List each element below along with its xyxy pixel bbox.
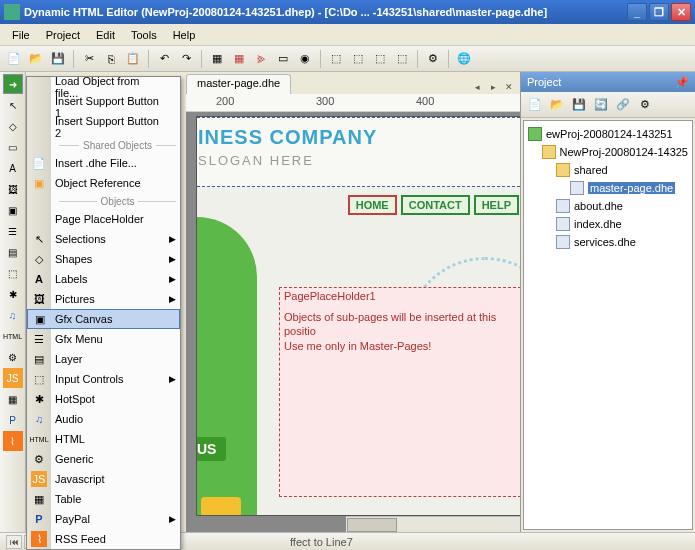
proj-open-icon[interactable]: 📂 bbox=[547, 95, 567, 115]
grid2-icon[interactable]: ▦ bbox=[229, 49, 249, 69]
horizontal-scrollbar[interactable] bbox=[346, 516, 520, 532]
new-icon[interactable]: 📄 bbox=[4, 49, 24, 69]
canvas-tool-icon[interactable]: ▣ bbox=[3, 200, 23, 220]
yellow-shape[interactable] bbox=[201, 497, 241, 516]
menu-project[interactable]: Project bbox=[38, 27, 88, 43]
menu-paypal[interactable]: PPayPal▶ bbox=[27, 509, 180, 529]
menu-pictures[interactable]: 🖼Pictures▶ bbox=[27, 289, 180, 309]
cut-icon[interactable]: ✂ bbox=[79, 49, 99, 69]
audio-tool-icon[interactable]: ♫ bbox=[3, 305, 23, 325]
arrow-tool-icon[interactable]: ➜ bbox=[3, 74, 23, 94]
tab-close-icon[interactable]: ✕ bbox=[502, 80, 516, 94]
rss-tool-icon[interactable]: ⌇ bbox=[3, 431, 23, 451]
open-icon[interactable]: 📂 bbox=[26, 49, 46, 69]
menu-page-placeholder[interactable]: Page PlaceHolder bbox=[27, 209, 180, 229]
menu-audio[interactable]: ♫Audio bbox=[27, 409, 180, 429]
page-header-box[interactable]: INESS COMPANY SLOGAN HERE bbox=[196, 117, 520, 187]
tree-shared[interactable]: shared bbox=[528, 161, 688, 179]
close-button[interactable]: ✕ bbox=[671, 3, 691, 21]
menu-layer[interactable]: ▤Layer bbox=[27, 349, 180, 369]
menu-help[interactable]: Help bbox=[165, 27, 204, 43]
paste-icon[interactable]: 📋 bbox=[123, 49, 143, 69]
menu-labels[interactable]: ALabels▶ bbox=[27, 269, 180, 289]
menu-file[interactable]: File bbox=[4, 27, 38, 43]
menu-html[interactable]: HTMLHTML bbox=[27, 429, 180, 449]
shape-tool-icon[interactable]: ◇ bbox=[3, 116, 23, 136]
menu-hotspot[interactable]: ✱HotSpot bbox=[27, 389, 180, 409]
menu-generic[interactable]: ⚙Generic bbox=[27, 449, 180, 469]
paypal-tool-icon[interactable]: P bbox=[3, 410, 23, 430]
nav-help[interactable]: HELP bbox=[474, 195, 519, 215]
canvas-page[interactable]: INESS COMPANY SLOGAN HERE HOME CONTACT H… bbox=[196, 116, 520, 516]
layer-tool-icon[interactable]: ▤ bbox=[3, 242, 23, 262]
tab-prev-icon[interactable]: ◂ bbox=[470, 80, 484, 94]
menu-tool-icon[interactable]: ☰ bbox=[3, 221, 23, 241]
minimize-button[interactable]: _ bbox=[627, 3, 647, 21]
nav-contact[interactable]: CONTACT bbox=[401, 195, 470, 215]
menu-tools[interactable]: Tools bbox=[123, 27, 165, 43]
generic-tool-icon[interactable]: ⚙ bbox=[3, 347, 23, 367]
text-tool-icon[interactable]: A bbox=[3, 158, 23, 178]
tree-index[interactable]: index.dhe bbox=[528, 215, 688, 233]
menu-rss[interactable]: ⌇RSS Feed bbox=[27, 529, 180, 549]
hotspot-tool-icon[interactable]: ✱ bbox=[3, 284, 23, 304]
panel-title[interactable]: Project 📌 bbox=[521, 72, 695, 92]
page-first-icon[interactable]: ⏮ bbox=[6, 535, 22, 549]
table-tool-icon[interactable]: ▦ bbox=[3, 389, 23, 409]
align3-icon[interactable]: ⬚ bbox=[370, 49, 390, 69]
menu-load-object[interactable]: Load Object from file... bbox=[27, 77, 180, 97]
save-icon[interactable]: 💾 bbox=[48, 49, 68, 69]
globe-icon[interactable]: 🌐 bbox=[454, 49, 474, 69]
guides-icon[interactable]: ◉ bbox=[295, 49, 315, 69]
rect-tool-icon[interactable]: ▭ bbox=[3, 137, 23, 157]
menu-selections[interactable]: ↖Selections▶ bbox=[27, 229, 180, 249]
redo-icon[interactable]: ↷ bbox=[176, 49, 196, 69]
pointer-icon[interactable]: ↖ bbox=[3, 95, 23, 115]
menu-edit[interactable]: Edit bbox=[88, 27, 123, 43]
menu-support-btn-2[interactable]: Insert Support Button 2 bbox=[27, 117, 180, 137]
proj-refresh-icon[interactable]: 🔄 bbox=[591, 95, 611, 115]
align1-icon[interactable]: ⬚ bbox=[326, 49, 346, 69]
tree-root[interactable]: ewProj-20080124-143251 bbox=[528, 125, 688, 143]
menu-javascript[interactable]: JSJavascript bbox=[27, 469, 180, 489]
tree-about[interactable]: about.dhe bbox=[528, 197, 688, 215]
align2-icon[interactable]: ⬚ bbox=[348, 49, 368, 69]
contact-us-button[interactable]: US bbox=[196, 437, 226, 461]
scroll-thumb[interactable] bbox=[347, 518, 397, 532]
page-placeholder[interactable]: PagePlaceHolder1 Objects of sub-pages wi… bbox=[279, 287, 520, 497]
html-tool-icon[interactable]: HTML bbox=[3, 326, 23, 346]
image-tool-icon[interactable]: 🖼 bbox=[3, 179, 23, 199]
proj-save-icon[interactable]: 💾 bbox=[569, 95, 589, 115]
tree-master[interactable]: master-page.dhe bbox=[528, 179, 688, 197]
green-sidebar-shape[interactable] bbox=[196, 217, 257, 516]
undo-icon[interactable]: ↶ bbox=[154, 49, 174, 69]
proj-link-icon[interactable]: 🔗 bbox=[613, 95, 633, 115]
input-tool-icon[interactable]: ⬚ bbox=[3, 263, 23, 283]
grid-icon[interactable]: ▦ bbox=[207, 49, 227, 69]
menu-support-btn-1[interactable]: Insert Support Button 1 bbox=[27, 97, 180, 117]
maximize-button[interactable]: ❐ bbox=[649, 3, 669, 21]
menu-shapes[interactable]: ◇Shapes▶ bbox=[27, 249, 180, 269]
proj-settings-icon[interactable]: ⚙ bbox=[635, 95, 655, 115]
tab-next-icon[interactable]: ▸ bbox=[486, 80, 500, 94]
snap-icon[interactable]: ⫸ bbox=[251, 49, 271, 69]
canvas-viewport[interactable]: INESS COMPANY SLOGAN HERE HOME CONTACT H… bbox=[186, 112, 520, 532]
ruler-icon[interactable]: ▭ bbox=[273, 49, 293, 69]
tree-services[interactable]: services.dhe bbox=[528, 233, 688, 251]
menu-table[interactable]: ▦Table bbox=[27, 489, 180, 509]
menu-gfx-canvas[interactable]: ▣Gfx Canvas bbox=[27, 309, 180, 329]
preview-icon[interactable]: ⚙ bbox=[423, 49, 443, 69]
copy-icon[interactable]: ⎘ bbox=[101, 49, 121, 69]
nav-home[interactable]: HOME bbox=[348, 195, 397, 215]
menu-gfx-menu[interactable]: ☰Gfx Menu bbox=[27, 329, 180, 349]
menu-insert-dhe[interactable]: 📄Insert .dhe File... bbox=[27, 153, 180, 173]
tree-proj[interactable]: NewProj-20080124-14325 bbox=[528, 143, 688, 161]
menu-input-controls[interactable]: ⬚Input Controls▶ bbox=[27, 369, 180, 389]
js-tool-icon[interactable]: JS bbox=[3, 368, 23, 388]
pin-icon[interactable]: 📌 bbox=[675, 76, 689, 89]
doc-tab-master[interactable]: master-page.dhe bbox=[186, 74, 291, 94]
menu-obj-ref[interactable]: ▣Object Reference bbox=[27, 173, 180, 193]
project-tree[interactable]: ewProj-20080124-143251 NewProj-20080124-… bbox=[523, 120, 693, 530]
align4-icon[interactable]: ⬚ bbox=[392, 49, 412, 69]
proj-new-icon[interactable]: 📄 bbox=[525, 95, 545, 115]
